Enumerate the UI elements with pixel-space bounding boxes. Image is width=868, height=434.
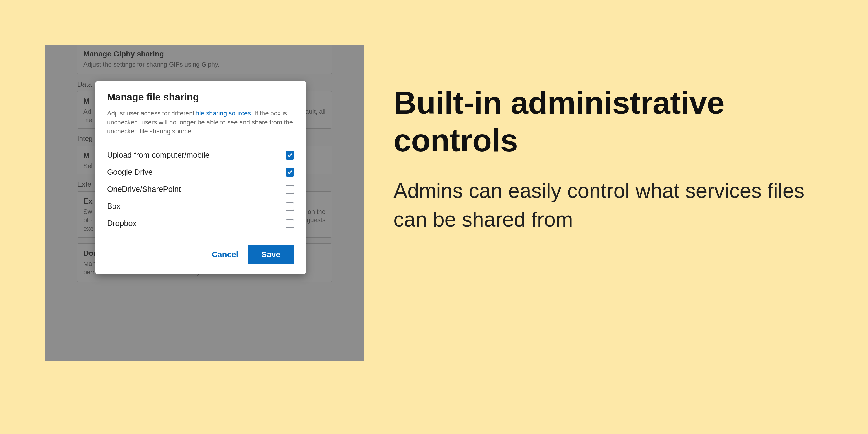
card-giphy-title: Manage Giphy sharing xyxy=(83,50,326,58)
card-giphy: Manage Giphy sharing Adjust the settings… xyxy=(77,45,332,74)
marketing-copy: Built-in administrative controls Admins … xyxy=(394,84,828,234)
option-checkbox[interactable] xyxy=(286,185,294,194)
file-sharing-option: OneDrive/SharePoint xyxy=(107,181,294,198)
card-giphy-desc: Adjust the settings for sharing GIFs usi… xyxy=(83,60,326,69)
marketing-subhead: Admins can easily control what services … xyxy=(394,177,828,234)
file-sharing-option: Box xyxy=(107,198,294,215)
option-label: Box xyxy=(107,202,121,211)
dialog-description: Adjust user access for different file sh… xyxy=(107,109,294,136)
file-sharing-option: Dropbox xyxy=(107,215,294,232)
option-checkbox[interactable] xyxy=(286,219,294,228)
option-checkbox[interactable] xyxy=(286,168,294,177)
cancel-button[interactable]: Cancel xyxy=(212,250,239,259)
file-sharing-option: Upload from computer/mobile xyxy=(107,147,294,164)
option-checkbox[interactable] xyxy=(286,202,294,211)
checkmark-icon xyxy=(287,153,292,158)
file-sharing-option: Google Drive xyxy=(107,164,294,181)
dialog-actions: Cancel Save xyxy=(107,245,294,265)
option-label: Dropbox xyxy=(107,219,136,228)
file-sharing-sources-link[interactable]: file sharing sources xyxy=(196,110,251,117)
manage-file-sharing-dialog: Manage file sharing Adjust user access f… xyxy=(95,81,306,274)
option-checkbox[interactable] xyxy=(286,151,294,160)
dialog-title: Manage file sharing xyxy=(107,91,294,103)
option-label: Google Drive xyxy=(107,168,153,177)
checkmark-icon xyxy=(287,170,292,175)
save-button[interactable]: Save xyxy=(248,245,294,265)
option-label: Upload from computer/mobile xyxy=(107,151,210,160)
admin-screenshot: Manage Giphy sharing Adjust the settings… xyxy=(45,45,364,361)
option-label: OneDrive/SharePoint xyxy=(107,185,181,194)
marketing-headline: Built-in administrative controls xyxy=(394,84,828,159)
